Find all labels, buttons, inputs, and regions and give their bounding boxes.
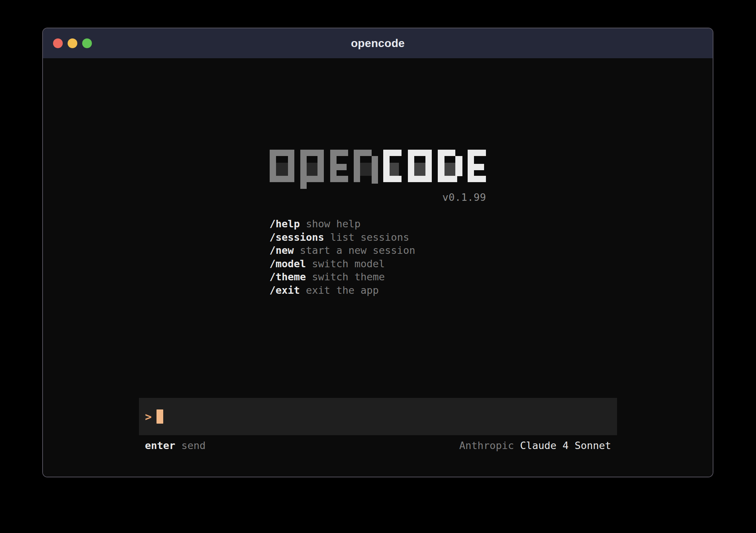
command-list-item: /new start a new session <box>270 244 486 257</box>
command-name: /theme <box>270 271 306 283</box>
titlebar: opencode <box>43 28 713 58</box>
prompt-input[interactable]: > <box>139 398 617 435</box>
command-description: exit the app <box>300 284 379 296</box>
command-description: list sessions <box>324 231 409 243</box>
logo-letter-o <box>270 150 294 182</box>
command-description: start a new session <box>294 244 415 256</box>
terminal-content: v0.1.99 /help show help /sessions list s… <box>43 58 713 477</box>
close-button[interactable] <box>53 38 63 48</box>
keybind-hint: enter send <box>145 440 206 451</box>
keybind-action: send <box>175 440 205 451</box>
desktop: { "window": { "title": "opencode" }, "lo… <box>0 0 756 533</box>
command-description: switch theme <box>306 271 385 283</box>
version-label: v0.1.99 <box>270 191 486 203</box>
status-bar: enter send Anthropic Claude 4 Sonnet <box>139 439 617 452</box>
text-cursor <box>157 409 163 424</box>
command-list-item: /help show help <box>270 217 486 231</box>
prompt-symbol: > <box>145 410 152 423</box>
command-list: /help show help /sessions list sessions … <box>270 217 486 297</box>
command-list-item: /exit exit the app <box>270 284 486 297</box>
splash-hero: v0.1.99 /help show help /sessions list s… <box>43 150 713 297</box>
command-description: switch model <box>306 258 385 269</box>
zoom-button[interactable] <box>82 38 92 48</box>
window-title: opencode <box>351 37 405 50</box>
provider-name: Anthropic <box>459 440 520 451</box>
command-name: /new <box>270 244 294 256</box>
logo-letter-D <box>438 150 462 182</box>
command-name: /exit <box>270 284 300 296</box>
logo-letter-n <box>354 150 378 184</box>
logo-letter-C <box>383 150 402 182</box>
command-list-item: /sessions list sessions <box>270 231 486 244</box>
app-window: opencode <box>42 28 713 477</box>
logo-letter-E <box>468 150 486 182</box>
logo-letter-O <box>408 150 432 182</box>
model-indicator: Anthropic Claude 4 Sonnet <box>459 440 611 451</box>
command-name: /help <box>270 218 300 230</box>
logo-letter-e <box>330 150 348 182</box>
keybind-key: enter <box>145 440 175 451</box>
model-name: Claude 4 Sonnet <box>520 440 611 451</box>
command-description: show help <box>300 218 361 230</box>
command-name: /sessions <box>270 231 324 243</box>
opencode-logo <box>270 150 486 189</box>
command-list-item: /theme switch theme <box>270 270 486 284</box>
minimize-button[interactable] <box>68 38 77 48</box>
logo-letter-p <box>300 150 324 189</box>
command-list-item: /model switch model <box>270 257 486 271</box>
traffic-lights <box>53 28 92 58</box>
command-name: /model <box>270 258 306 269</box>
